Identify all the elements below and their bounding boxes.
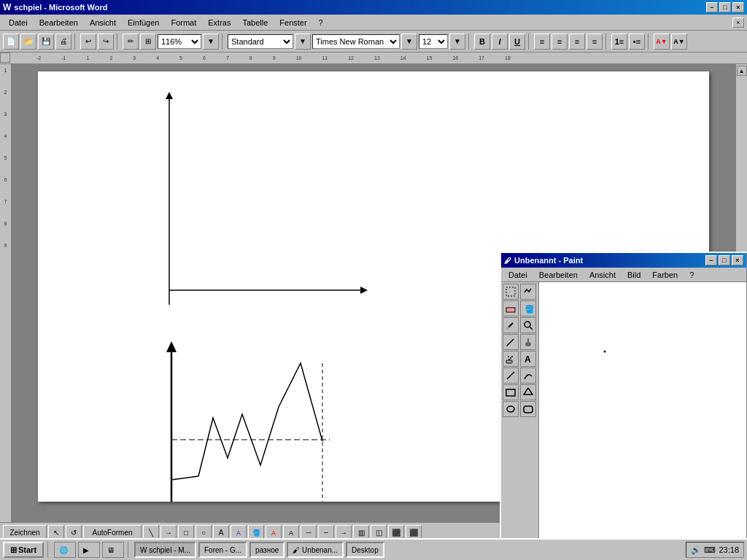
sep6 xyxy=(605,34,608,50)
paint-polygon[interactable] xyxy=(520,384,536,400)
save-btn[interactable]: 💾 xyxy=(38,34,54,50)
paint-min-btn[interactable]: − xyxy=(705,255,717,265)
svg-marker-5 xyxy=(166,341,177,352)
justify-btn[interactable]: ≡ xyxy=(587,34,603,50)
close-button[interactable]: × xyxy=(732,2,744,12)
taskbar: ⊞ Start 🌐 ▶ 🖥 W schpiel - M... Foren - G… xyxy=(0,538,747,560)
start-button[interactable]: ⊞ Start xyxy=(3,542,44,558)
paint-max-btn[interactable]: □ xyxy=(719,255,730,265)
font-select[interactable]: Times New Roman xyxy=(312,34,400,49)
svg-point-35 xyxy=(510,357,511,359)
align-left-btn[interactable]: ≡ xyxy=(534,34,550,50)
svg-point-32 xyxy=(525,342,531,346)
taskbar-app-raznoe[interactable]: разное xyxy=(249,542,285,558)
paint-roundrect[interactable] xyxy=(520,401,536,417)
menu-help[interactable]: ? xyxy=(313,17,329,28)
word-close-btn[interactable]: × xyxy=(732,18,744,28)
font-arrow-btn[interactable]: ▼ xyxy=(401,34,417,50)
paint-curve[interactable] xyxy=(520,368,536,384)
insert-table-btn[interactable]: ⊞ xyxy=(140,34,156,50)
menu-extras[interactable]: Extras xyxy=(202,17,236,28)
taskbar-app-paint[interactable]: 🖌 Unbenan... xyxy=(287,542,344,558)
quick-media-btn[interactable]: ▶ xyxy=(78,542,100,558)
paint-rect-tool[interactable] xyxy=(503,384,519,400)
paint-canvas[interactable] xyxy=(539,282,746,553)
sep2 xyxy=(117,34,120,50)
maximize-button[interactable]: □ xyxy=(719,2,731,12)
paint-close-btn[interactable]: × xyxy=(732,255,743,265)
print-btn[interactable]: 🖨 xyxy=(55,34,71,50)
paint-menu-help[interactable]: ? xyxy=(685,270,698,280)
svg-rect-41 xyxy=(506,389,515,396)
taskbar-sep xyxy=(47,542,50,558)
paint-menu-farben[interactable]: Farben xyxy=(648,270,682,280)
taskbar-app-foren[interactable]: Foren - G... xyxy=(198,542,247,558)
paint-line[interactable] xyxy=(503,368,519,384)
svg-point-37 xyxy=(511,356,513,357)
highlight-btn[interactable]: A▼ xyxy=(671,34,687,50)
paint-window: 🖌 Unbenannt - Paint − □ × Datei Bearbeit… xyxy=(500,252,747,554)
num-list-btn[interactable]: 1≡ xyxy=(611,34,627,50)
size-select[interactable]: 12 xyxy=(419,34,448,49)
paint-brush[interactable] xyxy=(520,334,536,350)
minimize-button[interactable]: − xyxy=(706,2,718,12)
paint-select-rect[interactable] xyxy=(503,284,519,300)
italic-btn[interactable]: I xyxy=(492,34,508,50)
open-btn[interactable]: 📂 xyxy=(20,34,36,50)
paint-eraser[interactable] xyxy=(503,300,519,316)
scroll-up-btn[interactable]: ▲ xyxy=(737,66,747,76)
svg-rect-43 xyxy=(524,406,533,413)
paint-fill[interactable]: 🪣 xyxy=(520,300,536,316)
style-arrow-btn[interactable]: ▼ xyxy=(295,34,311,50)
paint-menu-datei[interactable]: Datei xyxy=(504,270,532,280)
menu-datei[interactable]: Datei xyxy=(3,17,34,28)
paint-airbrush[interactable] xyxy=(503,351,519,367)
menu-tabelle[interactable]: Tabelle xyxy=(236,17,274,28)
menu-bearbeiten[interactable]: Bearbeiten xyxy=(34,17,84,28)
menu-einfuegen[interactable]: Einfügen xyxy=(122,17,165,28)
menu-ansicht[interactable]: Ansicht xyxy=(84,17,122,28)
draw-btn[interactable]: ✏ xyxy=(123,34,139,50)
paint-ellipse-tool[interactable] xyxy=(503,401,519,417)
menu-bar: Datei Bearbeiten Ansicht Einfügen Format… xyxy=(0,15,747,31)
style-select[interactable]: Standard xyxy=(228,34,293,49)
paint-select-free[interactable] xyxy=(520,284,536,300)
undo-btn[interactable]: ↩ xyxy=(80,34,96,50)
svg-line-29 xyxy=(530,327,533,330)
bul-list-btn[interactable]: •≡ xyxy=(629,34,645,50)
bold-btn[interactable]: B xyxy=(474,34,490,50)
svg-marker-3 xyxy=(360,287,368,294)
paint-eyedropper[interactable] xyxy=(503,317,519,333)
quick-ie-btn[interactable]: 🌐 xyxy=(54,542,76,558)
paint-magnify[interactable] xyxy=(520,317,536,333)
system-tray: 🔊 ⌨ 23:18 xyxy=(686,542,744,558)
menu-fenster[interactable]: Fenster xyxy=(274,17,312,28)
paint-pencil[interactable] xyxy=(503,334,519,350)
paint-menu-bild[interactable]: Bild xyxy=(623,270,645,280)
redo-btn[interactable]: ↪ xyxy=(98,34,114,50)
paint-text[interactable]: A xyxy=(520,351,536,367)
svg-point-28 xyxy=(525,322,530,327)
zoom-select[interactable]: 116% xyxy=(158,34,201,49)
svg-point-27 xyxy=(506,327,509,330)
size-arrow-btn[interactable]: ▼ xyxy=(449,34,465,50)
sep3 xyxy=(222,34,225,50)
sep1 xyxy=(74,34,77,50)
svg-point-42 xyxy=(507,406,514,412)
underline-btn[interactable]: U xyxy=(509,34,525,50)
svg-point-34 xyxy=(508,356,509,357)
new-btn[interactable]: 📄 xyxy=(3,34,19,50)
paint-menu-ansicht[interactable]: Ansicht xyxy=(585,270,620,280)
svg-rect-38 xyxy=(506,360,512,363)
taskbar-app-word[interactable]: W schpiel - M... xyxy=(134,542,196,558)
menu-format[interactable]: Format xyxy=(165,17,202,28)
paint-content: 🪣 A xyxy=(501,282,746,553)
align-right-btn[interactable]: ≡ xyxy=(569,34,585,50)
paint-window-title: Unbenannt - Paint xyxy=(514,256,583,265)
align-center-btn[interactable]: ≡ xyxy=(551,34,568,50)
paint-menu-bearbeiten[interactable]: Bearbeiten xyxy=(535,270,582,280)
zoom-arrow-btn[interactable]: ▼ xyxy=(203,34,219,50)
quick-desktop-btn[interactable]: 🖥 xyxy=(102,542,124,558)
taskbar-app-desktop[interactable]: Desktop xyxy=(346,542,384,558)
color-btn[interactable]: A▼ xyxy=(654,34,670,50)
